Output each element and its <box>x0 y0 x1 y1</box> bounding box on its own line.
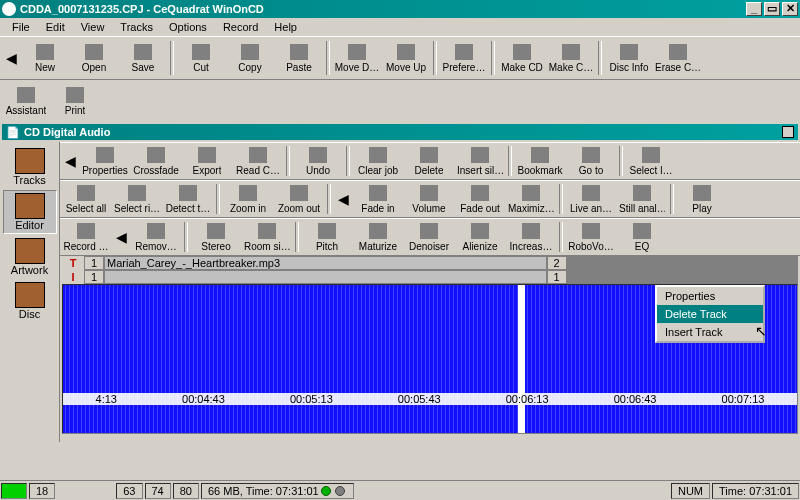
undo-button[interactable]: Undo <box>293 144 343 178</box>
remov-button[interactable]: Remov… <box>131 220 181 254</box>
scroll-left-icon[interactable]: ◀ <box>2 39 20 77</box>
copy-button[interactable]: Copy <box>226 39 274 77</box>
menu-file[interactable]: File <box>4 19 38 35</box>
scroll-left-icon[interactable]: ◀ <box>334 182 352 216</box>
panel-header: 📄 CD Digital Audio <box>2 124 798 140</box>
denoiser-icon <box>420 223 438 239</box>
track1-name[interactable]: Mariah_Carey_-_Heartbreaker.mp3 <box>104 256 547 270</box>
increas-button[interactable]: Increas… <box>506 220 556 254</box>
robovo-label: RoboVo… <box>568 241 614 252</box>
eq-icon <box>633 223 651 239</box>
select-button[interactable]: Select l… <box>626 144 676 178</box>
denoiser-button[interactable]: Denoiser <box>404 220 454 254</box>
ctx-delete-track[interactable]: Delete Track <box>657 305 763 323</box>
menu-tracks[interactable]: Tracks <box>112 19 161 35</box>
readcd-button[interactable]: Read C… <box>233 144 283 178</box>
timecode: 4:13 <box>96 393 117 405</box>
selectri-button[interactable]: Select ri… <box>112 182 162 216</box>
insertsil-button[interactable]: Insert sil… <box>455 144 505 178</box>
fadeout-button[interactable]: Fade out <box>455 182 505 216</box>
crossfade-button[interactable]: Crossfade <box>131 144 181 178</box>
denoiser-label: Denoiser <box>409 241 449 252</box>
roomsi-label: Room si… <box>244 241 290 252</box>
app-icon <box>2 2 16 16</box>
record-button[interactable]: Record … <box>61 220 111 254</box>
erase-button[interactable]: Erase C… <box>654 39 702 77</box>
zoomin-button[interactable]: Zoom in <box>223 182 273 216</box>
time-ruler: 4:1300:04:4300:05:1300:05:4300:06:1300:0… <box>63 393 797 405</box>
selectall-button[interactable]: Select all <box>61 182 111 216</box>
increas-icon <box>522 223 540 239</box>
export-button[interactable]: Export <box>182 144 232 178</box>
track2-name[interactable] <box>567 256 798 270</box>
fadein-button[interactable]: Fade in <box>353 182 403 216</box>
ctx-insert-track[interactable]: Insert Track <box>657 323 763 341</box>
clearjob-button[interactable]: Clear job <box>353 144 403 178</box>
livean-button[interactable]: Live an… <box>566 182 616 216</box>
menu-help[interactable]: Help <box>266 19 305 35</box>
index2-bar[interactable] <box>567 270 798 284</box>
stillan-button[interactable]: Still anal… <box>617 182 667 216</box>
maximiz-button[interactable]: Maximiz… <box>506 182 556 216</box>
menu-edit[interactable]: Edit <box>38 19 73 35</box>
status-time: Time: 07:31:01 <box>712 483 799 499</box>
nav-editor[interactable]: Editor <box>3 190 57 234</box>
waveform-area[interactable]: 🔈 4:1300:04:4300:05:1300:05:4300:06:1300… <box>62 284 798 434</box>
volume-button[interactable]: Volume <box>404 182 454 216</box>
menu-record[interactable]: Record <box>215 19 266 35</box>
eq-button[interactable]: EQ <box>617 220 667 254</box>
scroll-left-icon[interactable]: ◀ <box>61 144 79 178</box>
discinfo-button[interactable]: Disc Info <box>605 39 653 77</box>
open-button[interactable]: Open <box>70 39 118 77</box>
delete-button[interactable]: Delete <box>404 144 454 178</box>
maximize-button[interactable]: ▭ <box>764 2 780 16</box>
zoomout-button[interactable]: Zoom out <box>274 182 324 216</box>
properties-button[interactable]: Properties <box>80 144 130 178</box>
alienize-button[interactable]: Alienize <box>455 220 505 254</box>
stereo-button[interactable]: Stereo <box>191 220 241 254</box>
play-button[interactable]: Play <box>677 182 727 216</box>
index2-number[interactable]: 1 <box>547 270 567 284</box>
cut-button[interactable]: Cut <box>177 39 225 77</box>
index1-number[interactable]: 1 <box>84 270 104 284</box>
timecode: 00:05:43 <box>398 393 441 405</box>
nav-artwork[interactable]: Artwork <box>3 236 57 278</box>
pitch-button[interactable]: Pitch <box>302 220 352 254</box>
robovo-button[interactable]: RoboVo… <box>566 220 616 254</box>
close-button[interactable]: ✕ <box>782 2 798 16</box>
new-button[interactable]: New <box>21 39 69 77</box>
makecd-button[interactable]: Make CD <box>498 39 546 77</box>
menu-options[interactable]: Options <box>161 19 215 35</box>
editor-icon <box>15 193 45 219</box>
track2-number[interactable]: 2 <box>547 256 567 270</box>
stereo-label: Stereo <box>201 241 230 252</box>
detect-button[interactable]: Detect t… <box>163 182 213 216</box>
index1-bar[interactable] <box>104 270 547 284</box>
save-button[interactable]: Save <box>119 39 167 77</box>
paste-button[interactable]: Paste <box>275 39 323 77</box>
bookmark-icon <box>531 147 549 163</box>
nav-disc[interactable]: Disc <box>3 280 57 322</box>
nav-tracks[interactable]: Tracks <box>3 146 57 188</box>
editor-toolbar-1: ◀PropertiesCrossfadeExportRead C…UndoCle… <box>60 142 800 180</box>
waveform-track1[interactable] <box>63 285 518 433</box>
roomsi-button[interactable]: Room si… <box>242 220 292 254</box>
panel-gadget-icon[interactable] <box>782 126 794 138</box>
menu-view[interactable]: View <box>73 19 113 35</box>
movedown-button[interactable]: Move D… <box>333 39 381 77</box>
scroll-left-icon[interactable]: ◀ <box>112 220 130 254</box>
paste-icon <box>290 44 308 60</box>
ctx-properties[interactable]: Properties <box>657 287 763 305</box>
assistant-button[interactable]: Assistant <box>2 82 50 120</box>
maturize-button[interactable]: Maturize <box>353 220 403 254</box>
selectri-icon <box>128 185 146 201</box>
minimize-button[interactable]: _ <box>746 2 762 16</box>
roomsi-icon <box>258 223 276 239</box>
moveup-button[interactable]: Move Up <box>382 39 430 77</box>
makec-button[interactable]: Make C… <box>547 39 595 77</box>
goto-button[interactable]: Go to <box>566 144 616 178</box>
track1-number[interactable]: 1 <box>84 256 104 270</box>
print-button[interactable]: Print <box>51 82 99 120</box>
prefer-button[interactable]: Prefere… <box>440 39 488 77</box>
bookmark-button[interactable]: Bookmark <box>515 144 565 178</box>
